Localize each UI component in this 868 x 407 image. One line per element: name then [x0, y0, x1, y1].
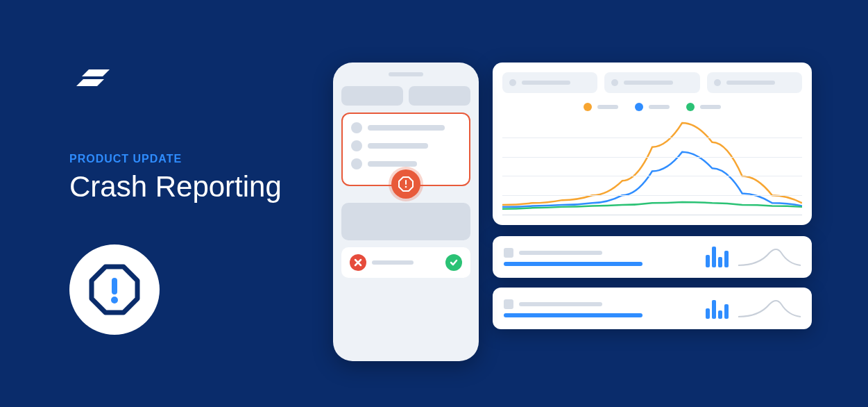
chart-tab — [604, 72, 699, 93]
placeholder-pill — [341, 86, 403, 106]
chart-area — [502, 118, 802, 215]
svg-point-5 — [405, 186, 407, 188]
close-icon — [350, 254, 366, 271]
phone-footer-row — [341, 247, 470, 278]
chart-legend — [502, 103, 802, 111]
mini-bars — [706, 247, 729, 267]
placeholder-pill — [409, 86, 470, 106]
check-icon — [445, 254, 462, 271]
chart-tab — [502, 72, 597, 93]
legend-item-orange — [584, 103, 618, 111]
svg-point-2 — [111, 297, 118, 304]
phone-speaker — [389, 72, 423, 76]
svg-rect-4 — [405, 180, 407, 185]
svg-rect-1 — [112, 278, 117, 294]
legend-item-blue — [635, 103, 670, 111]
page-title: Crash Reporting — [69, 171, 319, 203]
alert-octagon-icon — [87, 263, 142, 317]
phone-header-row — [341, 86, 470, 106]
eyebrow-text: PRODUCT UPDATE — [69, 153, 319, 165]
placeholder-bar — [372, 260, 414, 265]
error-card — [341, 113, 470, 186]
mini-bars — [706, 298, 729, 319]
sparkline — [738, 244, 801, 269]
dashboard-area — [493, 63, 812, 361]
phone-mockup — [333, 63, 479, 361]
chart-panel — [493, 63, 812, 225]
chart-tab — [707, 72, 802, 93]
error-badge-icon — [391, 169, 420, 199]
chart-tabs — [502, 72, 802, 93]
line-chart — [502, 118, 802, 215]
stat-panel — [493, 288, 812, 329]
brand-logo — [69, 56, 125, 97]
placeholder-block — [341, 203, 470, 240]
sparkline — [738, 296, 801, 321]
legend-item-green — [686, 103, 721, 111]
crash-badge — [69, 244, 160, 335]
stat-panel — [493, 236, 812, 278]
